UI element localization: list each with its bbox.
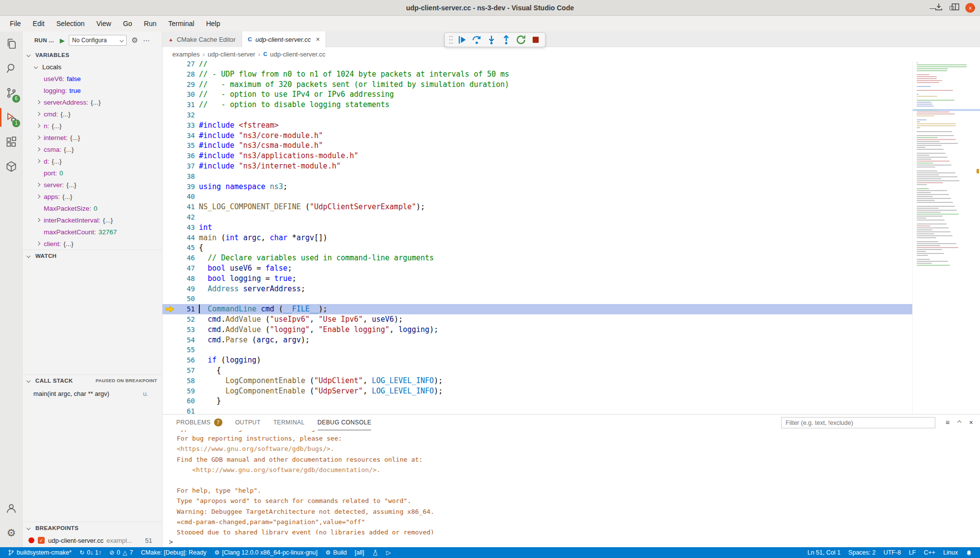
code-line-36[interactable]: 36#include "ns3/applications-module.h" [163, 151, 912, 161]
menu-run[interactable]: Run [138, 16, 163, 31]
code-line-27[interactable]: 27// [163, 61, 912, 69]
code-line-58[interactable]: 58 LogComponentEnable ("UdpClient", LOG_… [163, 376, 912, 386]
code-line-55[interactable]: 55 [163, 345, 912, 355]
extensions-icon[interactable] [0, 130, 23, 154]
breakpoints-section-header[interactable]: BREAKPOINTS [23, 522, 162, 533]
code-line-37[interactable]: 37#include "ns3/internet-module.h" [163, 161, 912, 171]
code-line-56[interactable]: 56 if (logging) [163, 355, 912, 365]
code-line-61[interactable]: 61 [163, 406, 912, 414]
code-line-52[interactable]: 52 cmd.AddValue ("useIpv6", "Use Ipv6", … [163, 314, 912, 325]
more-actions-icon[interactable]: ⋯ [143, 36, 150, 44]
scope-locals[interactable]: Locals [23, 61, 162, 73]
code-line-35[interactable]: 35#include "ns3/csma-module.h" [163, 140, 912, 151]
code-line-34[interactable]: 34#include "ns3/core-module.h" [163, 131, 912, 141]
glyph-margin[interactable] [163, 274, 177, 284]
console-filter-input[interactable] [781, 417, 935, 428]
status-item-spaces-2[interactable]: Spaces: 2 [844, 547, 880, 558]
code-line-45[interactable]: 45{ [163, 243, 912, 253]
glyph-margin[interactable] [163, 120, 177, 131]
status-item-cmake-debug-ready[interactable]: CMake: [Debug]: Ready [137, 547, 210, 558]
code-line-32[interactable]: 32 [163, 110, 912, 120]
glyph-margin[interactable] [163, 182, 177, 192]
breadcrumb-item[interactable]: udp-client-server [208, 51, 255, 58]
glyph-margin[interactable] [163, 376, 177, 386]
glyph-margin[interactable] [163, 69, 177, 80]
variable-row-interPacketInterval[interactable]: interPacketInterval:{...} [23, 214, 162, 226]
code-line-42[interactable]: 42 [163, 212, 912, 223]
menu-file[interactable]: File [4, 16, 27, 31]
account-icon[interactable] [0, 496, 23, 521]
watch-section-header[interactable]: WATCH [23, 250, 162, 261]
debug-current-line-arrow-icon[interactable] [163, 304, 177, 314]
source-control-icon[interactable]: 6 [0, 81, 23, 105]
code-line-31[interactable]: 31// - option to disable logging stateme… [163, 100, 912, 110]
code-line-51[interactable]: 51 CommandLine cmd (__FILE__); [163, 304, 912, 314]
glyph-margin[interactable] [163, 223, 177, 233]
explorer-icon[interactable] [0, 31, 23, 56]
variable-row-internet[interactable]: internet:{...} [23, 132, 162, 143]
continue-button[interactable] [456, 33, 468, 46]
variable-row-MaxPacketSize[interactable]: MaxPacketSize:0 [23, 202, 162, 214]
glyph-margin[interactable] [163, 294, 177, 304]
menu-go[interactable]: Go [117, 16, 138, 31]
panel-tab-problems[interactable]: PROBLEMS7 [176, 415, 222, 430]
restart-button[interactable] [515, 33, 527, 46]
status-item--clang-12-0-0-x86-64-pc-linux-gnu-[interactable]: ⚙[Clang 12.0.0 x86_64-pc-linux-gnu] [210, 547, 321, 558]
code-line-28[interactable]: 28// - UDP flow from n0 to n1 of 1024 by… [163, 69, 912, 80]
debug-config-dropdown[interactable]: No Configura [69, 35, 127, 46]
variable-row-serverAddress[interactable]: serverAddress:{...} [23, 96, 162, 108]
variable-row-apps[interactable]: apps:{...} [23, 191, 162, 202]
step-out-button[interactable] [500, 33, 513, 46]
code-line-59[interactable]: 59 LogComponentEnable ("UdpServer", LOG_… [163, 386, 912, 396]
variables-section-header[interactable]: VARIABLES [23, 49, 162, 61]
code-line-46[interactable]: 46 // Declare variables used in command-… [163, 253, 912, 263]
menu-edit[interactable]: Edit [27, 16, 51, 31]
status-item-play[interactable]: ▷ [382, 547, 395, 558]
step-into-button[interactable] [485, 33, 498, 46]
glyph-margin[interactable] [163, 131, 177, 141]
breadcrumb-item[interactable]: examples [172, 51, 200, 58]
status-item-0[interactable]: ⊘0△7 [106, 547, 137, 558]
code-line-43[interactable]: 43int [163, 223, 912, 233]
glyph-margin[interactable] [163, 212, 177, 223]
code-line-49[interactable]: 49 Address serverAddress; [163, 284, 912, 294]
panel-tab-output[interactable]: OUTPUT [235, 415, 261, 430]
close-panel-icon[interactable]: × [969, 418, 973, 426]
stop-button[interactable] [529, 33, 542, 46]
panel-tab-terminal[interactable]: TERMINAL [273, 415, 305, 430]
more-actions-icon[interactable]: ⋯ [968, 3, 975, 12]
glyph-margin[interactable] [163, 202, 177, 212]
code-line-40[interactable]: 40 [163, 192, 912, 202]
code-line-41[interactable]: 41NS_LOG_COMPONENT_DEFINE ("UdpClientSer… [163, 202, 912, 212]
variable-row-client[interactable]: client:{...} [23, 238, 162, 250]
glyph-margin[interactable] [163, 243, 177, 253]
glyph-margin[interactable] [163, 284, 177, 294]
glyph-margin[interactable] [163, 140, 177, 151]
breakpoint-item[interactable]: ✓ udp-client-server.cc exampl... 51 [23, 534, 162, 546]
clear-console-icon[interactable]: ≡ [946, 418, 950, 426]
glyph-margin[interactable] [163, 110, 177, 120]
close-tab-icon[interactable]: × [316, 35, 320, 43]
status-item-c++[interactable]: C++ [920, 547, 939, 558]
glyph-margin[interactable] [163, 61, 177, 69]
code-editor[interactable]: 27//28// - UDP flow from n0 to n1 of 102… [163, 61, 980, 414]
glyph-margin[interactable] [163, 345, 177, 355]
stack-frame-main[interactable]: main(int argc, char ** argv) u. [23, 388, 162, 399]
code-line-60[interactable]: 60 } [163, 396, 912, 406]
download-icon[interactable] [934, 2, 943, 13]
glyph-margin[interactable] [163, 365, 177, 376]
status-item--all-[interactable]: [all] [351, 547, 368, 558]
console-prompt[interactable]: > [169, 538, 173, 546]
variable-row-logging[interactable]: logging:true [23, 84, 162, 96]
variable-row-server[interactable]: server:{...} [23, 179, 162, 191]
code-line-44[interactable]: 44main (int argc, char *argv[]) [163, 233, 912, 243]
glyph-margin[interactable] [163, 355, 177, 365]
code-line-57[interactable]: 57 { [163, 365, 912, 376]
status-item-linux[interactable]: Linux [939, 547, 962, 558]
variable-row-maxPacketCount[interactable]: maxPacketCount:32767 [23, 226, 162, 238]
status-item-ln-51-col-1[interactable]: Ln 51, Col 1 [803, 547, 844, 558]
settings-gear-icon[interactable]: ⚙ [0, 521, 23, 545]
glyph-margin[interactable] [163, 314, 177, 325]
glyph-margin[interactable] [163, 335, 177, 345]
search-icon[interactable] [0, 56, 23, 81]
